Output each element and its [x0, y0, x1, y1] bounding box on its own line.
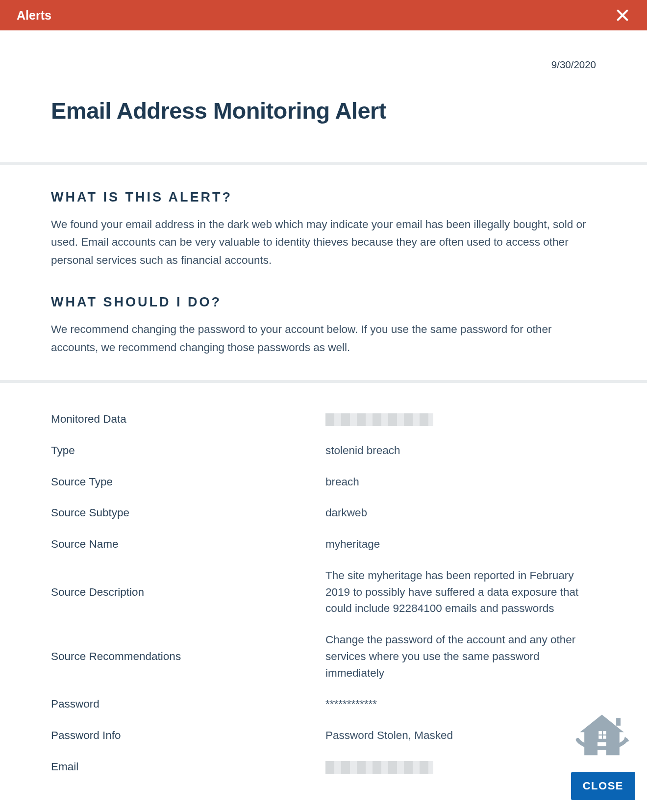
svg-rect-3 [616, 718, 621, 726]
detail-label: Email [51, 751, 325, 783]
detail-label: Monitored Data [51, 404, 325, 435]
detail-label: Source Recommendations [51, 624, 325, 688]
detail-label: Source Name [51, 529, 325, 560]
table-row: Email [51, 751, 596, 783]
redacted-value [325, 413, 433, 426]
close-icon[interactable] [613, 5, 632, 25]
table-row: Source DescriptionThe site myheritage ha… [51, 560, 596, 624]
detail-value: Change the password of the account and a… [325, 624, 596, 688]
alert-explanation-block: WHAT IS THIS ALERT? We found your email … [0, 165, 647, 383]
details-table: Monitored DataTypestolenid breachSource … [51, 404, 596, 783]
header-bar: Alerts [0, 0, 647, 30]
detail-value [325, 751, 596, 783]
alert-title: Email Address Monitoring Alert [51, 97, 596, 124]
detail-label: Source Type [51, 466, 325, 498]
header-title: Alerts [17, 8, 51, 23]
detail-value: ************ [325, 688, 596, 720]
detail-label: Password [51, 688, 325, 720]
table-row: Source Subtypedarkweb [51, 497, 596, 529]
alert-date: 9/30/2020 [51, 59, 596, 71]
section-heading-what-is: WHAT IS THIS ALERT? [51, 190, 596, 205]
table-row: Typestolenid breach [51, 435, 596, 466]
detail-label: Source Description [51, 560, 325, 624]
table-row: Password************ [51, 688, 596, 720]
table-row: Password InfoPassword Stolen, Masked [51, 720, 596, 751]
detail-label: Type [51, 435, 325, 466]
section-heading-what-do: WHAT SHOULD I DO? [51, 295, 596, 310]
detail-label: Password Info [51, 720, 325, 751]
detail-value: breach [325, 466, 596, 498]
close-button[interactable]: CLOSE [571, 772, 635, 800]
house-shield-icon [574, 708, 629, 763]
detail-value: Password Stolen, Masked [325, 720, 596, 751]
alert-header-block: 9/30/2020 Email Address Monitoring Alert [0, 30, 647, 165]
table-row: Monitored Data [51, 404, 596, 435]
alert-details-block: Monitored DataTypestolenid breachSource … [0, 383, 647, 812]
section-body-what-do: We recommend changing the password to yo… [51, 321, 596, 356]
detail-value: darkweb [325, 497, 596, 529]
detail-value: myheritage [325, 529, 596, 560]
detail-value: stolenid breach [325, 435, 596, 466]
redacted-value [325, 761, 433, 774]
detail-value: The site myheritage has been reported in… [325, 560, 596, 624]
detail-value [325, 404, 596, 435]
table-row: Source RecommendationsChange the passwor… [51, 624, 596, 688]
table-row: Source Typebreach [51, 466, 596, 498]
section-body-what-is: We found your email address in the dark … [51, 216, 596, 269]
table-row: Source Namemyheritage [51, 529, 596, 560]
detail-label: Source Subtype [51, 497, 325, 529]
